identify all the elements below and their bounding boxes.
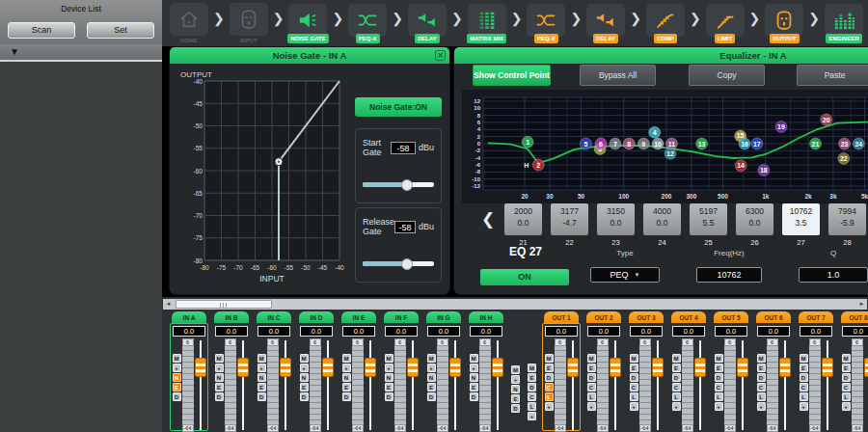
channel-button-l[interactable]: L (757, 392, 766, 401)
channel-button-c[interactable]: C (842, 383, 851, 392)
channel-gain-value[interactable]: 0.0 (258, 326, 290, 337)
band-cell[interactable]: 40000.0 (643, 203, 681, 235)
channel-button-e[interactable]: E (470, 383, 478, 392)
fader-handle[interactable] (822, 358, 833, 377)
channel-button-m[interactable]: M (800, 354, 808, 363)
type-dropdown[interactable]: PEQ ▼ (590, 267, 660, 283)
channel-button-m[interactable]: M (215, 354, 224, 363)
fader-handle[interactable] (449, 358, 461, 377)
channel-gain-value[interactable]: 0.0 (757, 326, 790, 337)
channel-tab[interactable]: IN A (172, 311, 206, 323)
nav-item-delay[interactable]: DELAY (583, 4, 629, 43)
channel-button-e[interactable]: E (672, 364, 681, 372)
channel-button-l[interactable]: L (630, 392, 638, 401)
equalizer-graph[interactable]: 121086420-2-4-6-8-10-1220305010020030050… (462, 90, 868, 203)
channel-gain-value[interactable]: 0.0 (342, 326, 375, 337)
channel-tab[interactable]: OUT 6 (756, 311, 791, 323)
channel-button-d[interactable]: D (842, 373, 851, 382)
channel-button-plus[interactable]: + (630, 402, 638, 411)
freq-field[interactable]: 10762 (696, 267, 762, 283)
nav-item-comp[interactable]: COMP (642, 4, 689, 43)
channel-button-d[interactable]: D (427, 392, 436, 401)
bus-button-n[interactable]: N (511, 385, 520, 393)
channel-gain-value[interactable]: 0.0 (300, 326, 333, 337)
channel-tab[interactable]: IN G (426, 311, 461, 323)
slider-knob[interactable] (401, 179, 413, 191)
fader-handle[interactable] (280, 358, 291, 377)
channel-button-e[interactable]: E (385, 383, 393, 392)
channel-gain-value[interactable]: 0.0 (173, 326, 205, 337)
fader-handle[interactable] (652, 358, 664, 377)
channel-button-m[interactable]: M (672, 354, 681, 363)
start-gate-value[interactable]: -58 (391, 142, 416, 154)
channel-button-d[interactable]: D (470, 392, 478, 401)
fader[interactable] (449, 338, 461, 432)
channel-button-e[interactable]: E (300, 383, 309, 392)
channel-button-d[interactable]: D (630, 373, 638, 382)
channel-button-e[interactable]: E (545, 364, 554, 372)
fader[interactable] (195, 338, 206, 432)
fader[interactable] (322, 338, 334, 432)
band-cell[interactable]: 63000.0 (736, 203, 773, 235)
nav-item-home[interactable]: HOME (166, 3, 212, 43)
channel-button-m[interactable]: M (385, 354, 393, 363)
band-cell[interactable]: 107623.5 (782, 203, 820, 235)
fader[interactable] (779, 338, 791, 432)
channel-button-plus[interactable]: + (842, 402, 851, 411)
bypass-all-button[interactable]: Bypass All (580, 65, 656, 86)
channel-button-n[interactable]: N (258, 373, 266, 382)
channel-tab[interactable]: IN B (214, 311, 249, 323)
fader[interactable] (492, 338, 503, 432)
nav-item-input[interactable]: INPUT (226, 3, 272, 43)
channel-button-m[interactable]: M (715, 354, 723, 363)
channel-button-m[interactable]: M (173, 354, 181, 363)
channel-button-e[interactable]: E (800, 364, 808, 372)
channel-tab[interactable]: OUT 4 (671, 311, 706, 323)
channel-button-d[interactable]: D (385, 392, 393, 401)
channel-button-plus[interactable]: + (258, 364, 266, 372)
bus-button-c[interactable]: C (528, 392, 536, 401)
nav-item-matrix-mix[interactable]: MATRIX MIX (464, 4, 510, 43)
noise-gate-graph[interactable]: OUTPUT-40-45-50-55-60-65-70-75-80-80-75-… (177, 68, 347, 291)
fader-handle[interactable] (610, 358, 621, 377)
fader-handle[interactable] (237, 358, 249, 377)
paste-button[interactable]: Paste (797, 65, 868, 86)
channel-button-d[interactable]: D (800, 373, 808, 382)
channel-button-n[interactable]: N (342, 373, 351, 382)
channel-button-m[interactable]: M (427, 354, 436, 363)
channel-button-l[interactable]: L (800, 392, 808, 401)
close-icon[interactable]: ✕ (435, 50, 446, 61)
fader[interactable] (652, 338, 664, 432)
channel-button-d[interactable]: D (300, 392, 309, 401)
channel-button-c[interactable]: C (672, 383, 681, 392)
fader[interactable] (822, 338, 833, 432)
fader-handle[interactable] (195, 358, 206, 377)
channel-button-e[interactable]: E (173, 383, 181, 392)
fader[interactable] (737, 338, 748, 432)
channel-button-l[interactable]: L (587, 392, 596, 401)
channel-button-plus[interactable]: + (672, 402, 681, 411)
channel-tab[interactable]: IN H (469, 311, 503, 323)
channel-gain-value[interactable]: 0.0 (715, 326, 747, 337)
start-gate-slider[interactable] (363, 182, 434, 187)
band-cell[interactable]: 3177-4.7 (551, 203, 588, 235)
channel-button-d[interactable]: D (757, 373, 766, 382)
band-cell[interactable]: 31500.0 (597, 203, 635, 235)
fader[interactable] (567, 338, 579, 432)
channel-button-plus[interactable]: + (545, 402, 554, 411)
channel-button-e[interactable]: E (715, 364, 723, 372)
channel-tab[interactable]: IN C (257, 311, 291, 323)
channel-tab[interactable]: OUT 8 (841, 311, 868, 323)
fader[interactable] (237, 338, 249, 432)
channel-button-c[interactable]: C (630, 383, 638, 392)
channel-gain-value[interactable]: 0.0 (630, 326, 663, 337)
channel-button-e[interactable]: E (757, 364, 766, 372)
nav-item-peq-x[interactable]: PEQ-X (344, 4, 391, 43)
channel-button-m[interactable]: M (842, 354, 851, 363)
channel-button-e[interactable]: E (342, 383, 351, 392)
device-dropdown[interactable]: ▼ (0, 44, 162, 62)
channel-button-plus[interactable]: + (215, 364, 224, 372)
channel-gain-value[interactable]: 0.0 (470, 326, 502, 337)
band-cell[interactable]: 51975.5 (690, 203, 727, 235)
nav-item-output[interactable]: OUTPUT (761, 4, 807, 43)
